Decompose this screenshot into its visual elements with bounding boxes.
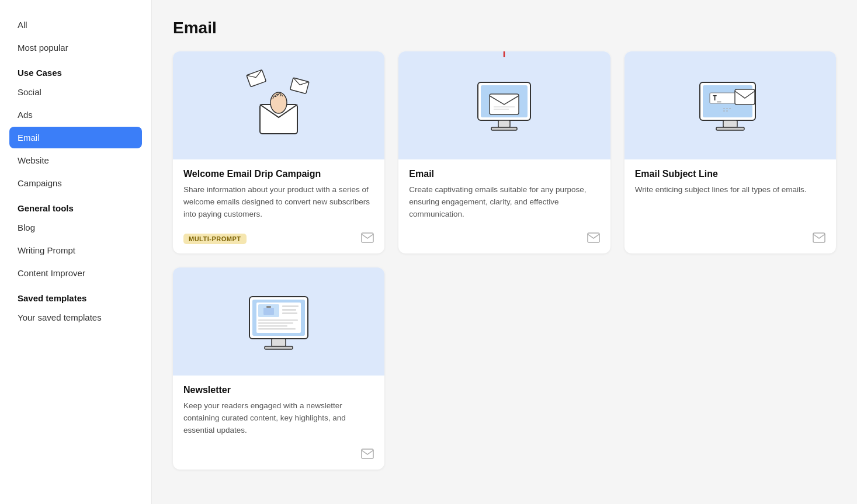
card-title-email-subject-line: Email Subject Line	[635, 169, 825, 179]
main-content: Email	[152, 0, 857, 504]
svg-rect-21	[723, 120, 737, 127]
sidebar-item-website[interactable]: Website	[9, 150, 142, 171]
card-footer-email-subject-line	[624, 232, 836, 253]
card-welcome-email[interactable]: Welcome Email Drip Campaign Share inform…	[173, 51, 384, 253]
card-title-email: Email	[409, 169, 599, 179]
card-desc-welcome-email: Share information about your product wit…	[183, 184, 374, 221]
email-icon-2	[587, 232, 600, 245]
svg-rect-40	[258, 319, 298, 321]
svg-rect-31	[272, 339, 286, 346]
svg-rect-38	[282, 309, 296, 311]
svg-rect-41	[258, 322, 293, 324]
svg-rect-35	[263, 308, 274, 315]
card-footer-email	[398, 232, 610, 253]
svg-rect-36	[266, 306, 271, 308]
svg-rect-42	[258, 325, 287, 327]
svg-rect-43	[258, 328, 296, 330]
email-icon-3	[813, 232, 825, 245]
sidebar-item-most-popular[interactable]: Most popular	[9, 37, 142, 58]
sidebar-item-all[interactable]: All	[9, 14, 142, 36]
sidebar-item-your-saved-templates[interactable]: Your saved templates	[9, 307, 142, 328]
sidebar-item-blog[interactable]: Blog	[9, 217, 142, 238]
svg-rect-28	[813, 233, 825, 242]
card-body-email-subject-line: Email Subject Line Write enticing subjec…	[624, 159, 836, 232]
card-title-newsletter: Newsletter	[183, 385, 374, 395]
sidebar-section-general-tools: General tools	[9, 195, 142, 217]
card-email-subject-line[interactable]: T_ Email Subject Line Write enticing sub…	[624, 51, 836, 253]
email-icon-1	[361, 232, 374, 245]
card-footer-newsletter	[173, 449, 384, 470]
card-body-welcome-email: Welcome Email Drip Campaign Share inform…	[173, 159, 384, 232]
sidebar-item-ads[interactable]: Ads	[9, 104, 142, 126]
svg-rect-0	[247, 69, 266, 86]
svg-rect-8	[362, 233, 373, 242]
svg-rect-44	[362, 449, 373, 458]
card-footer-welcome-email: MULTI-PROMPT	[173, 232, 384, 253]
card-illustration-email	[398, 51, 610, 159]
card-email[interactable]: Email Create captivating emails suitable…	[398, 51, 610, 253]
sidebar-item-email[interactable]: Email	[9, 127, 142, 148]
sidebar-item-campaigns[interactable]: Campaigns	[9, 172, 142, 194]
card-body-newsletter: Newsletter Keep your readers engaged wit…	[173, 376, 384, 449]
svg-rect-18	[588, 233, 599, 242]
svg-rect-32	[265, 346, 293, 349]
card-illustration-welcome-email	[173, 51, 384, 159]
card-illustration-newsletter	[173, 267, 384, 376]
svg-point-7	[270, 92, 287, 113]
svg-rect-13	[498, 120, 510, 127]
card-illustration-email-subject-line: T_	[624, 51, 836, 159]
svg-text:T_: T_	[713, 94, 721, 103]
svg-rect-14	[491, 127, 517, 130]
card-title-welcome-email: Welcome Email Drip Campaign	[183, 169, 374, 179]
page-title: Email	[173, 19, 836, 37]
sidebar-item-social[interactable]: Social	[9, 81, 142, 103]
svg-rect-25	[735, 89, 755, 105]
sidebar-item-writing-prompt[interactable]: Writing Prompt	[9, 239, 142, 261]
sidebar: All Most popular Use Cases Social Ads Em…	[0, 0, 152, 504]
svg-rect-37	[282, 305, 299, 307]
svg-rect-39	[282, 312, 297, 314]
card-body-email: Email Create captivating emails suitable…	[398, 159, 610, 232]
svg-rect-22	[716, 127, 744, 130]
badge-multi-prompt: MULTI-PROMPT	[183, 234, 247, 244]
sidebar-section-saved-templates: Saved templates	[9, 285, 142, 307]
card-desc-newsletter: Keep your readers engaged with a newslet…	[183, 400, 374, 437]
svg-rect-3	[290, 78, 309, 94]
email-icon-4	[361, 449, 374, 461]
card-desc-email: Create captivating emails suitable for a…	[409, 184, 599, 221]
cards-grid: Welcome Email Drip Campaign Share inform…	[173, 51, 836, 470]
sidebar-section-use-cases: Use Cases	[9, 60, 142, 81]
card-newsletter[interactable]: Newsletter Keep your readers engaged wit…	[173, 267, 384, 470]
card-desc-email-subject-line: Write enticing subject lines for all typ…	[635, 184, 825, 221]
sidebar-item-content-improver[interactable]: Content Improver	[9, 262, 142, 284]
